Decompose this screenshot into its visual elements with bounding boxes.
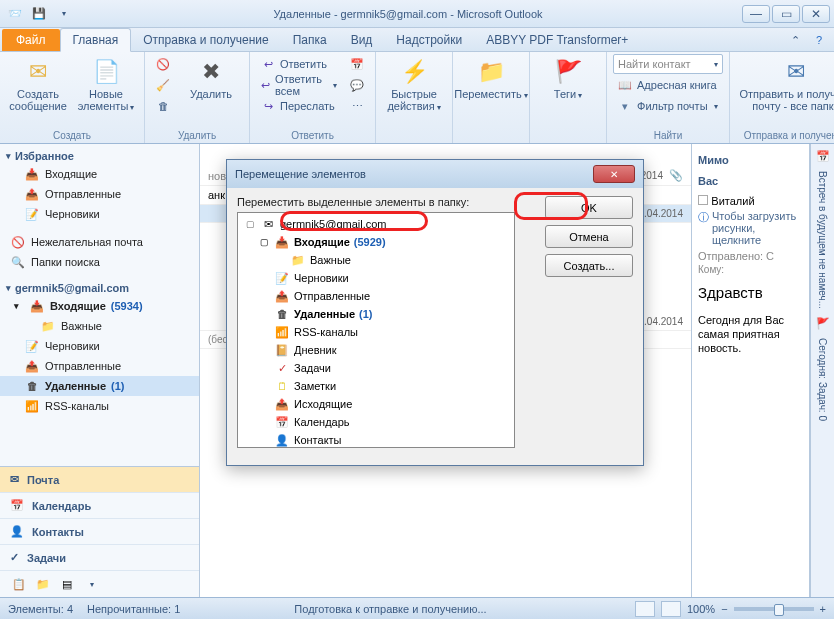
- tree-drafts[interactable]: 📝Черновики: [240, 269, 512, 287]
- folder-tree[interactable]: ▾Избранное 📥Входящие 📤Отправленные 📝Черн…: [0, 144, 199, 466]
- group-delete-label: Удалить: [151, 128, 243, 143]
- dialog-titlebar[interactable]: Перемещение элементов ✕: [227, 160, 643, 188]
- shortcuts-icon[interactable]: ▤: [58, 575, 76, 593]
- trash-icon: 🗑: [24, 378, 40, 394]
- ribbon-minimize-icon[interactable]: ⌃: [786, 31, 804, 49]
- tree-account[interactable]: ▢✉germnik5@gmail.com: [240, 215, 512, 233]
- tree-outbox[interactable]: 📤Исходящие: [240, 395, 512, 413]
- important-folder[interactable]: 📁Важные: [0, 316, 199, 336]
- zoom-out-button[interactable]: −: [721, 603, 727, 615]
- rss-folder[interactable]: 📶RSS-каналы: [0, 396, 199, 416]
- new-items-button[interactable]: 📄 Новые элементы▾: [74, 54, 138, 115]
- filter-icon: ▾: [617, 98, 633, 114]
- tree-rss[interactable]: 📶RSS-каналы: [240, 323, 512, 341]
- tree-notes[interactable]: 🗒Заметки: [240, 377, 512, 395]
- tree-inbox[interactable]: ▢📥Входящие (5929): [240, 233, 512, 251]
- tab-send-receive[interactable]: Отправка и получение: [131, 29, 280, 51]
- reply-button[interactable]: ↩Ответить: [256, 54, 341, 74]
- outlook-icon[interactable]: 📨: [4, 4, 26, 24]
- tree-contacts[interactable]: 👤Контакты: [240, 431, 512, 448]
- ignore-button[interactable]: 🚫: [151, 54, 175, 74]
- fav-inbox[interactable]: 📥Входящие: [0, 164, 199, 184]
- zoom-in-button[interactable]: +: [820, 603, 826, 615]
- folders-icon[interactable]: 📁: [34, 575, 52, 593]
- forward-button[interactable]: ↪Переслать: [256, 96, 341, 116]
- group-find: Найти контакт▾ 📖Адресная книга ▾Фильтр п…: [607, 52, 730, 143]
- help-icon[interactable]: ?: [810, 31, 828, 49]
- journal-icon: 📔: [274, 342, 290, 358]
- reply-all-button[interactable]: ↩Ответить всем▾: [256, 75, 341, 95]
- delete-button[interactable]: ✖ Удалить: [179, 54, 243, 102]
- new-message-button[interactable]: ✉ Создать сообщение: [6, 54, 70, 114]
- delete-icon: ✖: [195, 56, 227, 88]
- inbox-folder[interactable]: ▾📥Входящие (5934): [0, 296, 199, 316]
- fav-sent[interactable]: 📤Отправленные: [0, 184, 199, 204]
- window-title: Удаленные - germnik5@gmail.com - Microso…: [74, 8, 742, 20]
- minimize-button[interactable]: —: [742, 5, 770, 23]
- address-book-button[interactable]: 📖Адресная книга: [613, 75, 723, 95]
- tree-journal[interactable]: 📔Дневник: [240, 341, 512, 359]
- view-reading-button[interactable]: [661, 601, 681, 617]
- tree-tasks[interactable]: ✓Задачи: [240, 359, 512, 377]
- ok-button[interactable]: OK: [545, 196, 633, 219]
- junk-icon: 🚫: [10, 234, 26, 250]
- tree-important[interactable]: 📁Важные: [240, 251, 512, 269]
- tab-view[interactable]: Вид: [339, 29, 385, 51]
- file-tab[interactable]: Файл: [2, 29, 60, 51]
- tab-abbyy[interactable]: ABBYY PDF Transformer+: [474, 29, 640, 51]
- favorites-header[interactable]: ▾Избранное: [0, 148, 199, 164]
- dialog-close-button[interactable]: ✕: [593, 165, 635, 183]
- junk-button[interactable]: 🗑: [151, 96, 175, 116]
- ribbon-tabs: Файл Главная Отправка и получение Папка …: [0, 28, 834, 52]
- module-mail[interactable]: ✉Почта: [0, 467, 199, 493]
- find-contact-input[interactable]: Найти контакт▾: [613, 54, 723, 74]
- module-calendar[interactable]: 📅Календарь: [0, 493, 199, 519]
- tree-sent[interactable]: 📤Отправленные: [240, 287, 512, 305]
- fav-drafts[interactable]: 📝Черновики: [0, 204, 199, 224]
- tab-home[interactable]: Главная: [60, 28, 132, 52]
- tree-calendar[interactable]: 📅Календарь: [240, 413, 512, 431]
- sent-folder[interactable]: 📤Отправленные: [0, 356, 199, 376]
- contacts-icon: 👤: [274, 432, 290, 448]
- inbox-icon: 📥: [24, 166, 40, 182]
- cancel-button[interactable]: Отмена: [545, 225, 633, 248]
- tab-folder[interactable]: Папка: [281, 29, 339, 51]
- create-folder-button[interactable]: Создать...: [545, 254, 633, 277]
- move-button[interactable]: 📁 Переместить▾: [459, 54, 523, 103]
- filter-mail-button[interactable]: ▾Фильтр почты▾: [613, 96, 723, 116]
- download-images-hint[interactable]: ⓘЧтобы загрузить рисунки, щелкните: [698, 210, 803, 246]
- notes-icon[interactable]: 📋: [10, 575, 28, 593]
- qat-dropdown-icon[interactable]: ▾: [52, 4, 74, 24]
- deleted-folder[interactable]: 🗑Удаленные (1): [0, 376, 199, 396]
- new-items-label: Новые элементы: [78, 88, 129, 112]
- flag-icon: 🚩: [816, 317, 830, 330]
- module-tasks[interactable]: ✓Задачи: [0, 545, 199, 571]
- flag-icon: 🚩: [552, 56, 584, 88]
- group-new: ✉ Создать сообщение 📄 Новые элементы▾ Со…: [0, 52, 145, 143]
- view-normal-button[interactable]: [635, 601, 655, 617]
- nav-config-icon[interactable]: ▾: [82, 575, 100, 593]
- tasks-icon: ✓: [10, 551, 19, 564]
- tags-button[interactable]: 🚩 Теги▾: [536, 54, 600, 103]
- close-button[interactable]: ✕: [802, 5, 830, 23]
- meeting-button[interactable]: 📅: [345, 54, 369, 74]
- tab-addins[interactable]: Надстройки: [384, 29, 474, 51]
- tree-deleted[interactable]: 🗑Удаленные (1): [240, 305, 512, 323]
- todo-bar[interactable]: 📅 Встреч в будущем не намеч... 🚩 Сегодня…: [810, 144, 834, 597]
- send-receive-button[interactable]: ✉ Отправить и получить почту - все папки: [736, 54, 834, 114]
- search-icon: 🔍: [10, 254, 26, 270]
- ribbon: ✉ Создать сообщение 📄 Новые элементы▾ Со…: [0, 52, 834, 144]
- more-respond-button[interactable]: ⋯: [345, 96, 369, 116]
- drafts-folder[interactable]: 📝Черновики: [0, 336, 199, 356]
- folder-tree-picker[interactable]: ▢✉germnik5@gmail.com ▢📥Входящие (5929) 📁…: [237, 212, 515, 448]
- maximize-button[interactable]: ▭: [772, 5, 800, 23]
- zoom-slider[interactable]: [734, 607, 814, 611]
- search-folders[interactable]: 🔍Папки поиска: [0, 252, 199, 272]
- im-button[interactable]: 💬: [345, 75, 369, 95]
- module-contacts[interactable]: 👤Контакты: [0, 519, 199, 545]
- quick-steps-button[interactable]: ⚡ Быстрые действия▾: [382, 54, 446, 115]
- account-header[interactable]: ▾germnik5@gmail.com: [0, 280, 199, 296]
- save-icon[interactable]: 💾: [28, 4, 50, 24]
- junk-folder[interactable]: 🚫Нежелательная почта: [0, 232, 199, 252]
- cleanup-button[interactable]: 🧹: [151, 75, 175, 95]
